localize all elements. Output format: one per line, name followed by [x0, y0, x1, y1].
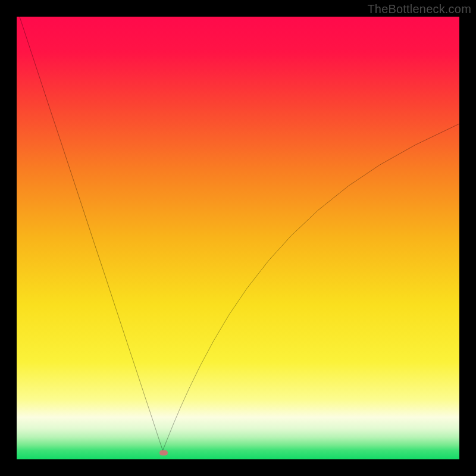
watermark-text: TheBottleneck.com — [367, 2, 471, 16]
chart-frame: TheBottleneck.com — [0, 0, 476, 476]
bottleneck-curve — [17, 17, 459, 459]
optimal-marker — [159, 450, 168, 455]
plot-area — [17, 17, 459, 459]
